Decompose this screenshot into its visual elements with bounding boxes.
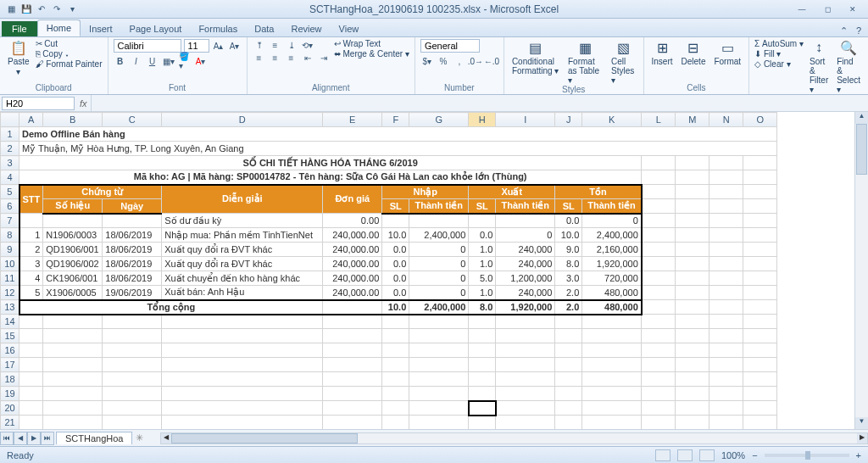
cell-H21[interactable] xyxy=(469,416,496,430)
cell-D8[interactable]: Nhập mua: Phần mềm TinhTienNet xyxy=(162,228,323,243)
formulas-tab[interactable]: Formulas xyxy=(190,21,246,36)
cell-I10[interactable]: 240,000 xyxy=(496,257,555,271)
align-right-icon[interactable]: ≡ xyxy=(285,52,298,64)
row-header-6[interactable]: 6 xyxy=(1,199,19,214)
cell-O5[interactable] xyxy=(743,185,777,199)
cell-K8[interactable]: 2,400,000 xyxy=(582,228,642,243)
cell-J9[interactable]: 9.0 xyxy=(555,243,582,257)
cell-O12[interactable] xyxy=(743,286,777,300)
align-middle-icon[interactable]: ≡ xyxy=(269,39,282,51)
cell-M13[interactable] xyxy=(676,300,709,315)
cell-O13[interactable] xyxy=(743,300,777,315)
cell-L18[interactable] xyxy=(642,372,676,387)
cell-O11[interactable] xyxy=(743,271,777,286)
cut-button[interactable]: ✂ Cut xyxy=(36,39,103,48)
cell-L16[interactable] xyxy=(642,343,676,358)
cell-N9[interactable] xyxy=(709,243,743,257)
cell-A4[interactable]: Mã kho: AG | Mã hàng: SP00014782 - Tên h… xyxy=(19,170,642,185)
cell-H18[interactable] xyxy=(469,372,496,387)
new-sheet-icon[interactable]: ✳ xyxy=(132,432,143,443)
cell-N16[interactable] xyxy=(709,343,743,358)
cell-E19[interactable] xyxy=(323,387,382,401)
cell-B8[interactable]: N1906/0003 xyxy=(43,228,103,243)
format-as-table-button[interactable]: ▦Format as Table ▾ xyxy=(565,39,605,85)
col-header-J[interactable]: J xyxy=(555,113,582,127)
underline-button[interactable]: U xyxy=(146,55,159,67)
hdr-sl-n[interactable]: SL xyxy=(382,199,409,214)
cell-J19[interactable] xyxy=(555,387,582,401)
decrease-font-icon[interactable]: A▾ xyxy=(228,40,242,52)
insert-tab[interactable]: Insert xyxy=(81,21,121,36)
col-header-C[interactable]: C xyxy=(103,113,162,127)
cell-O10[interactable] xyxy=(743,257,777,271)
cell-A16[interactable] xyxy=(19,343,43,358)
delete-cells-button[interactable]: ⊟Delete xyxy=(679,39,709,66)
col-header-K[interactable]: K xyxy=(582,113,642,127)
border-button[interactable]: ▦▾ xyxy=(162,55,175,67)
number-format-input[interactable] xyxy=(420,39,480,53)
cell-M6[interactable] xyxy=(676,199,709,214)
cell-K11[interactable]: 720,000 xyxy=(582,271,642,286)
orientation-icon[interactable]: ⟲▾ xyxy=(301,39,314,51)
cell-grid[interactable]: ABCDEFGHIJKLMNO1Demo Offline Bán hàng2Mỹ… xyxy=(0,112,854,429)
cell-C16[interactable] xyxy=(103,343,162,358)
align-bottom-icon[interactable]: ⤓ xyxy=(285,39,298,51)
cell-B17[interactable] xyxy=(43,358,103,372)
cell-A20[interactable] xyxy=(19,401,43,416)
currency-icon[interactable]: $▾ xyxy=(420,55,434,67)
cell-M21[interactable] xyxy=(676,416,709,430)
cell-F18[interactable] xyxy=(382,372,409,387)
cell-E18[interactable] xyxy=(323,372,382,387)
cell-H8[interactable]: 0.0 xyxy=(469,228,496,243)
cell-G17[interactable] xyxy=(409,358,469,372)
cell-A19[interactable] xyxy=(19,387,43,401)
cell-A15[interactable] xyxy=(19,329,43,343)
ribbon-minimize-icon[interactable]: ⌃ xyxy=(840,25,848,36)
tab-nav-next[interactable]: ▶ xyxy=(27,432,41,445)
format-cells-button[interactable]: ▭Format xyxy=(711,39,743,66)
cell-D16[interactable] xyxy=(162,343,323,358)
cell-O21[interactable] xyxy=(743,416,777,430)
cell-B21[interactable] xyxy=(43,416,103,430)
scroll-left-icon[interactable]: ◀ xyxy=(161,433,171,443)
cell-I16[interactable] xyxy=(496,343,555,358)
row-header-13[interactable]: 13 xyxy=(1,300,19,315)
cell-H14[interactable] xyxy=(469,315,496,329)
cell-M19[interactable] xyxy=(676,387,709,401)
cell-A11[interactable]: 4 xyxy=(19,271,43,286)
minimize-button[interactable]: — xyxy=(790,3,814,16)
cell-C9[interactable]: 18/06/2019 xyxy=(103,243,162,257)
cell-E16[interactable] xyxy=(323,343,382,358)
cell-D9[interactable]: Xuất quy đổi ra ĐVT khác xyxy=(162,243,323,257)
cell-D19[interactable] xyxy=(162,387,323,401)
cell-M5[interactable] xyxy=(676,185,709,199)
cell-L12[interactable] xyxy=(642,286,676,300)
hdr-tt-x[interactable]: Thành tiền xyxy=(496,199,555,214)
increase-font-icon[interactable]: A▴ xyxy=(212,40,225,52)
cell-I8[interactable]: 0 xyxy=(496,228,555,243)
wrap-text-button[interactable]: ↩ Wrap Text xyxy=(334,39,409,48)
cell-K7[interactable]: 0 xyxy=(582,214,642,228)
cell-J13[interactable]: 2.0 xyxy=(555,300,582,315)
cell-G20[interactable] xyxy=(409,401,469,416)
cell-G7[interactable] xyxy=(409,214,469,228)
cell-N17[interactable] xyxy=(709,358,743,372)
cell-B16[interactable] xyxy=(43,343,103,358)
cell-F16[interactable] xyxy=(382,343,409,358)
row-header-17[interactable]: 17 xyxy=(1,358,19,372)
row-header-20[interactable]: 20 xyxy=(1,401,19,416)
cell-M15[interactable] xyxy=(676,329,709,343)
qat-dropdown-icon[interactable]: ▾ xyxy=(66,3,78,15)
indent-dec-icon[interactable]: ⇤ xyxy=(301,52,314,64)
row-header-4[interactable]: 4 xyxy=(1,170,19,185)
zoom-in-button[interactable]: + xyxy=(856,450,861,460)
cell-G12[interactable]: 0 xyxy=(409,286,469,300)
row-header-18[interactable]: 18 xyxy=(1,372,19,387)
cell-N15[interactable] xyxy=(709,329,743,343)
zoom-out-button[interactable]: − xyxy=(752,450,757,460)
undo-icon[interactable]: ↶ xyxy=(36,3,47,15)
cell-L6[interactable] xyxy=(642,199,676,214)
cell-A17[interactable] xyxy=(19,358,43,372)
font-color-button[interactable]: A▾ xyxy=(194,55,208,67)
cell-O9[interactable] xyxy=(743,243,777,257)
